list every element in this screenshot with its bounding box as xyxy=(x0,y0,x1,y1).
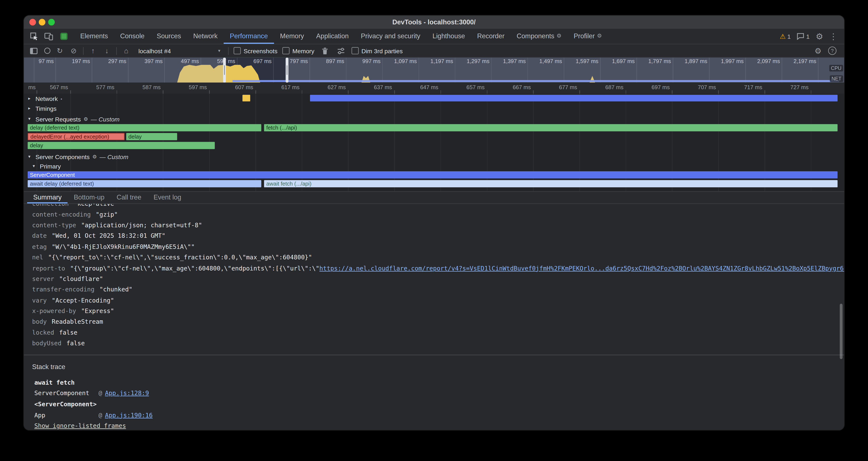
tab-components[interactable]: Components⚙ xyxy=(511,29,568,44)
frame-header-text: <ServerComponent> xyxy=(34,401,97,408)
save-profile-icon[interactable]: ↓ xyxy=(102,47,111,54)
server-components-track-header[interactable]: ▾ Server Components ⚙ — Custom xyxy=(28,152,128,161)
header-value: "application/json; charset=utf-8" xyxy=(81,222,202,229)
settings-gear-icon[interactable]: ⚙ xyxy=(816,32,823,40)
server-components-row-2: await delay (deferred text) await fetch … xyxy=(24,180,844,188)
frame-source-link[interactable]: App.js:128:9 xyxy=(105,390,149,397)
timeline-overview[interactable]: 97 ms 197 ms 297 ms 397 ms 497 ms 597 ms… xyxy=(24,58,844,83)
tab-summary[interactable]: Summary xyxy=(27,192,68,203)
selection-handle-right[interactable] xyxy=(285,58,288,83)
issues-badge[interactable]: 1 xyxy=(797,33,810,40)
header-key: etag xyxy=(32,243,47,250)
stack-frame: ServerComponent @ App.js:128:9 xyxy=(34,388,844,399)
tab-bottom-up[interactable]: Bottom-up xyxy=(68,192,111,203)
tab-profiler[interactable]: Profiler⚙ xyxy=(568,29,608,44)
stack-frame: App @ App.js:190:16 xyxy=(34,410,844,421)
report-to-url-link[interactable]: https://a.nel.cloudflare.com/report/v4?s… xyxy=(319,265,844,272)
ruler-label: 697 ms xyxy=(652,84,672,90)
dim-3rd-parties-checkbox-group[interactable]: Dim 3rd parties xyxy=(351,47,403,54)
event-bar[interactable]: delay (deferred text) xyxy=(28,124,261,132)
show-ignore-listed-frames-link[interactable]: Show ignore-listed frames xyxy=(34,422,126,430)
garbage-collect-icon[interactable] xyxy=(319,45,331,57)
custom-track-suffix: — Custom xyxy=(99,153,128,160)
warnings-badge[interactable]: ⚠ 1 xyxy=(780,33,791,39)
vertical-scrollbar[interactable] xyxy=(840,304,843,359)
live-metrics-home-icon[interactable]: ⌂ xyxy=(122,47,130,54)
show-ignore-listed-frames-row: Show ignore-listed frames xyxy=(34,421,844,430)
header-key: x-powered-by xyxy=(32,308,76,315)
extension-icon[interactable] xyxy=(58,30,69,42)
tab-label: Elements xyxy=(80,32,108,39)
history-dropdown[interactable]: localhost #4 ▾ xyxy=(135,46,223,55)
ruler-label: 597 ms xyxy=(189,84,209,90)
property-value: false xyxy=(59,329,78,336)
stack-frame-header: <ServerComponent> xyxy=(34,399,844,410)
tab-performance[interactable]: Performance xyxy=(224,29,274,44)
devtools-tabbar: Elements Console Sources Network Perform… xyxy=(24,29,844,45)
event-bar[interactable]: ServerComponent xyxy=(28,171,838,178)
timings-track-header[interactable]: ▸ Timings xyxy=(28,104,56,113)
device-toolbar-icon[interactable] xyxy=(43,30,54,42)
caret-down-icon: ▾ xyxy=(28,116,33,121)
screenshots-checkbox-group[interactable]: Screenshots xyxy=(234,47,277,54)
caret-right-icon: ▸ xyxy=(28,106,33,111)
header-row: nel"{\"report_to\":\"cf-nel\",\"success_… xyxy=(32,252,844,263)
help-icon[interactable]: ? xyxy=(828,47,836,55)
issues-count: 1 xyxy=(806,33,810,39)
clear-icon[interactable]: ⊘ xyxy=(69,47,78,54)
cpu-track-label: CPU xyxy=(829,65,843,71)
memory-checkbox-group[interactable]: Memory xyxy=(282,47,314,54)
header-key: transfer-encoding xyxy=(32,286,94,293)
event-bar[interactable]: fetch (.../api) xyxy=(264,124,837,132)
record-icon[interactable] xyxy=(44,48,51,54)
tab-sources[interactable]: Sources xyxy=(151,29,187,44)
net-track-label: NET xyxy=(830,75,843,82)
server-requests-track-header[interactable]: ▾ Server Requests ⚙ — Custom xyxy=(28,115,120,123)
kebab-menu-icon[interactable]: ⋮ xyxy=(829,32,838,40)
tab-lighthouse[interactable]: Lighthouse xyxy=(426,29,471,44)
network-conditions-icon[interactable] xyxy=(335,45,346,57)
memory-checkbox[interactable] xyxy=(282,47,290,54)
tab-event-log[interactable]: Event log xyxy=(147,192,187,203)
inspect-element-icon[interactable] xyxy=(28,30,39,42)
tab-label: Application xyxy=(316,32,348,39)
network-track-header[interactable]: ▸ Network ● xyxy=(28,94,62,103)
capture-settings-gear-icon[interactable]: ⚙ xyxy=(815,47,822,55)
record-and-reload-icon[interactable]: ↻ xyxy=(55,47,64,54)
event-bar[interactable]: delay xyxy=(28,142,215,149)
tab-elements[interactable]: Elements xyxy=(74,29,114,44)
header-value: "Wed, 01 Oct 2025 18:32:01 GMT" xyxy=(52,232,165,240)
tab-call-tree[interactable]: Call tree xyxy=(111,192,148,203)
overview-time-label: 1,797 ms xyxy=(648,58,673,64)
tab-console[interactable]: Console xyxy=(114,29,151,44)
toggle-sidebar-icon[interactable] xyxy=(28,45,39,57)
event-bar[interactable]: delay xyxy=(126,133,177,140)
network-request-bar[interactable] xyxy=(310,95,837,102)
warning-icon: ⚠ xyxy=(780,33,786,39)
load-profile-icon[interactable]: ↑ xyxy=(89,47,97,54)
message-bubble-icon xyxy=(797,33,805,40)
primary-group-header[interactable]: ▾ Primary xyxy=(33,162,61,170)
tab-application[interactable]: Application xyxy=(310,29,355,44)
tab-label: Event log xyxy=(154,193,181,201)
track-gear-icon: ⚙ xyxy=(84,116,88,122)
tab-network[interactable]: Network xyxy=(187,29,224,44)
tab-privacy-and-security[interactable]: Privacy and security xyxy=(355,29,426,44)
tab-memory[interactable]: Memory xyxy=(274,29,310,44)
tab-recorder[interactable]: Recorder xyxy=(471,29,511,44)
network-event-bar[interactable] xyxy=(242,95,250,102)
header-value: "gzip" xyxy=(96,211,118,218)
header-row: etag"W/\"4b1-RjEJloX9kRinu6F0MAZMmy6E5iA… xyxy=(32,241,844,252)
chevron-down-icon: ▾ xyxy=(218,48,220,53)
error-event-bar[interactable]: delayedError (...ayed exception) xyxy=(28,133,125,140)
header-key: connection xyxy=(32,204,69,207)
toolbar-separator xyxy=(116,47,117,55)
dim-3rd-parties-label: Dim 3rd parties xyxy=(361,48,403,54)
ruler-label: 617 ms xyxy=(281,84,302,90)
event-bar[interactable]: await delay (deferred text) xyxy=(28,180,261,187)
event-bar[interactable]: await fetch (.../api) xyxy=(264,180,837,187)
selection-handle-left[interactable] xyxy=(223,58,226,83)
dim-3rd-parties-checkbox[interactable] xyxy=(351,47,359,54)
screenshots-checkbox[interactable] xyxy=(234,47,241,54)
frame-source-link[interactable]: App.js:190:16 xyxy=(105,412,153,419)
